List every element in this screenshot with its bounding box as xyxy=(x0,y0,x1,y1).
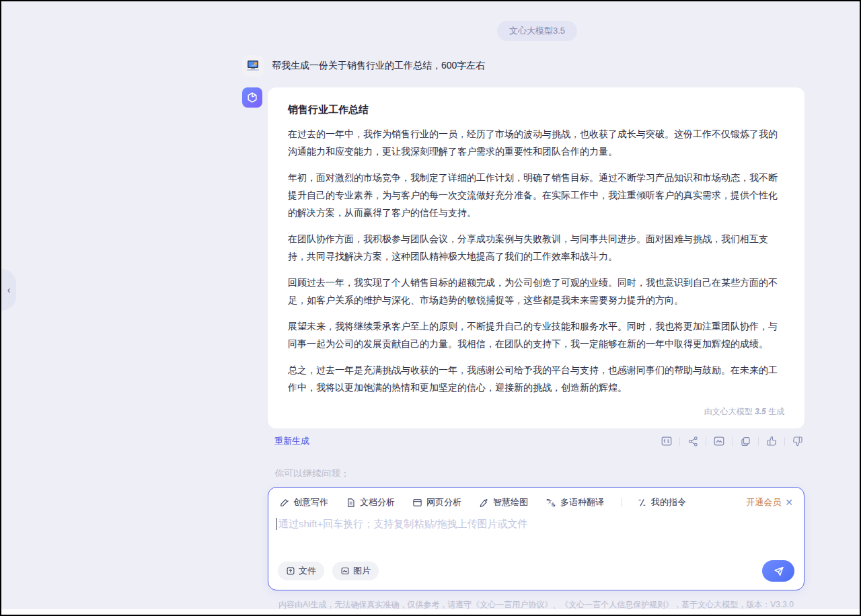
divider xyxy=(706,437,706,446)
model-version-badge[interactable]: 文心大模型3.5 xyxy=(497,21,577,41)
response-actions-row: 重新生成 xyxy=(268,434,804,448)
tool-my-commands[interactable]: 我的指令 xyxy=(637,496,686,508)
export-icon[interactable] xyxy=(660,434,673,448)
file-upload-icon xyxy=(286,566,295,576)
user-message-row: 帮我生成一份关于销售行业的工作总结，600字左右 xyxy=(242,55,485,77)
translate-icon: 文 A xyxy=(546,498,556,508)
divider xyxy=(732,437,733,446)
image-icon[interactable] xyxy=(712,434,726,448)
close-icon[interactable]: ✕ xyxy=(785,497,793,508)
message-input[interactable]: 通过shift+回车换行；支持复制粘贴/拖拽上传图片或文件 xyxy=(268,508,804,531)
user-message-text: 帮我生成一份关于销售行业的工作总结，600字左右 xyxy=(272,60,485,72)
tool-webpage-analysis[interactable]: 网页分析 xyxy=(412,496,461,508)
copy-icon[interactable] xyxy=(739,434,752,448)
ernie-bot-chat-page: { "header": { "model_badge": "文心大模型3.5" … xyxy=(0,0,861,616)
text-cursor xyxy=(276,518,277,530)
response-paragraph: 展望未来，我将继续秉承客户至上的原则，不断提升自己的专业技能和服务水平。同时，我… xyxy=(288,317,784,352)
response-paragraph: 年初，面对激烈的市场竞争，我制定了详细的工作计划，明确了销售目标。通过不断学习产… xyxy=(288,169,784,221)
tool-multilingual-translate[interactable]: 文 A 多语种翻译 xyxy=(546,496,604,508)
webpage-icon xyxy=(412,498,422,508)
upload-image-button[interactable]: 图片 xyxy=(332,562,379,580)
response-action-icons xyxy=(660,434,804,448)
document-icon xyxy=(346,498,356,508)
divider xyxy=(784,437,785,446)
response-paragraph: 总之，过去一年是充满挑战与收获的一年，我感谢公司给予我的平台与支持，也感谢同事们… xyxy=(288,361,784,396)
ernie-logo-icon xyxy=(246,91,258,104)
computer-avatar-icon xyxy=(246,59,260,73)
divider xyxy=(679,437,680,446)
pencil-icon xyxy=(279,498,289,508)
version-text: ，基于文心大模型，版本：V3.3.0 xyxy=(673,600,794,609)
vip-area: 开通会员 ✕ xyxy=(746,496,793,508)
tool-creative-writing[interactable]: 创意写作 xyxy=(279,496,328,508)
input-placeholder: 通过shift+回车换行；支持复制粘贴/拖拽上传图片或文件 xyxy=(278,518,527,531)
tool-document-analysis[interactable]: 文档分析 xyxy=(346,496,395,508)
assistant-avatar xyxy=(242,87,262,108)
followup-hint: 你可以继续问我： xyxy=(274,468,350,477)
share-icon[interactable] xyxy=(686,434,700,448)
attachment-buttons: 文件 图片 xyxy=(278,562,387,580)
input-tools-row: 创意写作 文档分析 网页分析 智慧绘图 文 xyxy=(268,488,804,508)
response-title: 销售行业工作总结 xyxy=(288,104,784,116)
send-button[interactable] xyxy=(762,560,794,582)
like-icon[interactable] xyxy=(765,434,778,448)
send-icon xyxy=(773,566,784,577)
response-paragraph: 在团队协作方面，我积极参与团队会议，分享成功案例与失败教训，与同事共同进步。面对… xyxy=(288,230,784,265)
disclaimer-text: 内容由AI生成，无法确保真实准确，仅供参考，请遵守 xyxy=(278,600,472,609)
user-agreement-link[interactable]: 《文心一言用户协议》 xyxy=(472,600,552,609)
regenerate-button[interactable]: 重新生成 xyxy=(274,435,309,447)
user-avatar xyxy=(242,55,264,77)
privacy-policy-link[interactable]: 《文心一言个人信息保护规则》 xyxy=(560,600,673,609)
tool-smart-drawing[interactable]: 智慧绘图 xyxy=(479,496,528,508)
sidebar-collapse-handle[interactable]: ‹ xyxy=(1,269,16,311)
chat-input-panel: 创意写作 文档分析 网页分析 智慧绘图 文 xyxy=(268,487,804,590)
divider xyxy=(622,498,622,507)
divider xyxy=(758,437,759,446)
draw-icon xyxy=(479,498,489,508)
generated-by-label: 由文心大模型 3.5 生成 xyxy=(288,405,784,422)
dislike-icon[interactable] xyxy=(791,434,804,448)
picture-icon xyxy=(340,566,350,576)
svg-text:A: A xyxy=(552,502,555,507)
response-paragraph: 在过去的一年中，我作为销售行业的一员，经历了市场的波动与挑战，也收获了成长与突破… xyxy=(288,125,784,160)
upload-file-button[interactable]: 文件 xyxy=(278,562,324,580)
assistant-response-card: 销售行业工作总结 在过去的一年中，我作为销售行业的一员，经历了市场的波动与挑战，… xyxy=(268,87,804,428)
bottom-strip xyxy=(1,609,860,615)
response-paragraph: 回顾过去一年，我实现了个人销售目标的超额完成，为公司创造了可观的业绩。同时，我也… xyxy=(288,274,784,309)
chevron-left-icon: ‹ xyxy=(7,284,11,295)
open-membership-link[interactable]: 开通会员 xyxy=(746,496,781,508)
command-icon xyxy=(637,498,647,508)
